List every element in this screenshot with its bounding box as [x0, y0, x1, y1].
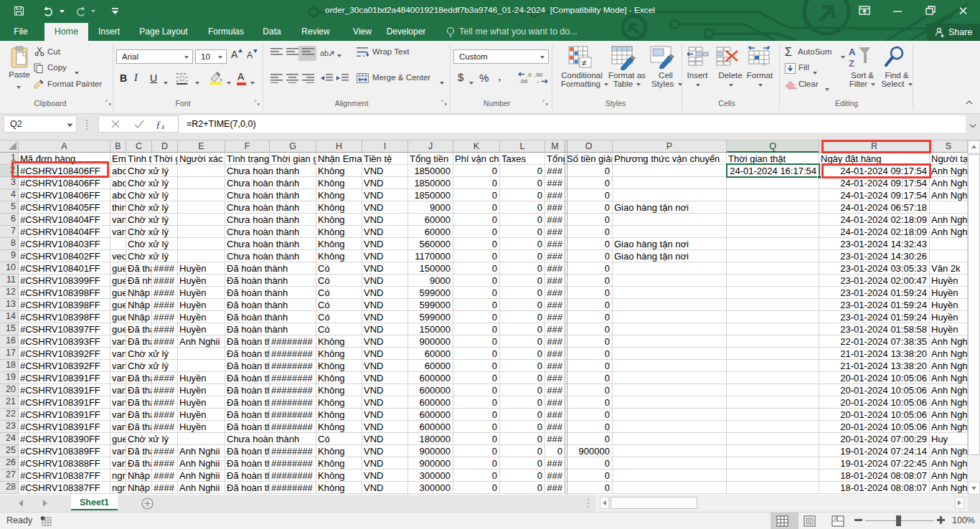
svg-text:.00: .00	[519, 78, 528, 85]
svg-text:f: f	[156, 120, 161, 129]
svg-text:A: A	[849, 47, 856, 57]
svg-text:≠: ≠	[582, 58, 587, 68]
svg-text:Z: Z	[849, 58, 854, 69]
svg-text:.00: .00	[534, 72, 543, 78]
svg-text:.0: .0	[527, 72, 532, 78]
svg-text:ab: ab	[320, 49, 329, 57]
svg-text:→: →	[534, 78, 540, 85]
svg-text:x: x	[161, 123, 165, 129]
